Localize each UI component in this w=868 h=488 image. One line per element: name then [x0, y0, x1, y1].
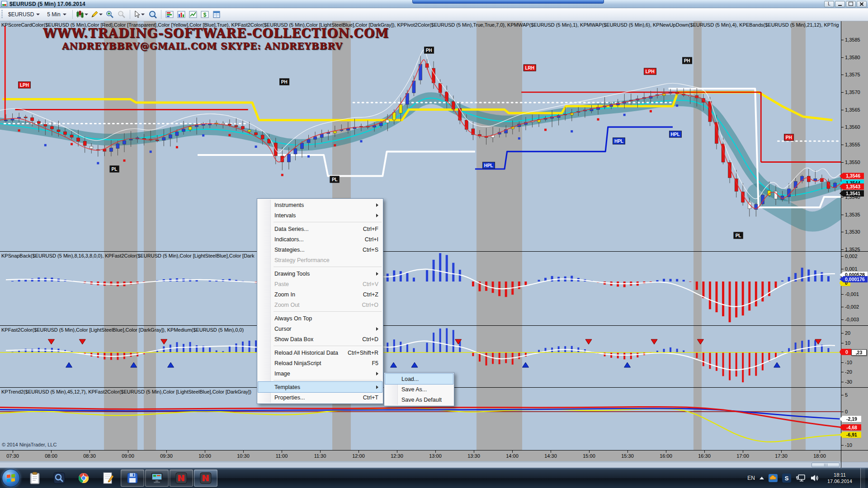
- taskbar-search-button[interactable]: [47, 469, 71, 487]
- interval-dropdown[interactable]: 5 Min: [43, 9, 70, 19]
- cursor-button[interactable]: [132, 9, 147, 20]
- menu-item-intervals[interactable]: Intervals: [258, 210, 382, 221]
- menu-item-label: Data Series...: [274, 226, 309, 232]
- show-desktop-button[interactable]: [860, 468, 865, 488]
- lock-button[interactable]: L: [824, 1, 834, 7]
- axis-tick-label: 1,3585: [845, 37, 860, 42]
- watermark-contact: ANDREYBBRV@GMAIL.COM SKYPE: ANDREYBBRV: [43, 41, 389, 52]
- menu-item-paste[interactable]: PasteCtrl+V: [258, 279, 382, 289]
- menu-item-image[interactable]: Image: [258, 368, 382, 379]
- horizontal-scrollbar[interactable]: [0, 462, 841, 468]
- menu-item-strategies[interactable]: Strategies...Ctrl+S: [258, 244, 382, 255]
- axis-tick-label: 0,001: [845, 266, 858, 272]
- crosshair-button[interactable]: [147, 9, 159, 20]
- menu-item-zoom-in[interactable]: Zoom InCtrl+Z: [258, 289, 382, 300]
- zoom-in-button[interactable]: [104, 9, 116, 20]
- menu-item-templates[interactable]: Templates: [258, 382, 382, 392]
- submenu-item-save-as[interactable]: Save As...: [385, 384, 453, 394]
- bar-chart-icon: [177, 10, 185, 19]
- price-marker-23: ,23: [851, 349, 867, 356]
- menu-item-label: Drawing Tools: [274, 271, 310, 277]
- menu-item-instruments[interactable]: Instruments: [258, 200, 382, 210]
- price-marker-6-91: -6,91: [840, 432, 861, 438]
- background-window-strip[interactable]: [412, 0, 604, 4]
- pivot-label-ph: PH: [424, 47, 434, 54]
- menu-item-label: Save As...: [401, 386, 427, 393]
- menu-item-reload-ninjascript[interactable]: Reload NinjaScriptF5: [258, 358, 382, 368]
- price-marker-0-000176: 0,000176: [840, 276, 868, 282]
- taskbar-ninjatrader2-button[interactable]: [194, 469, 217, 487]
- price-marker-4-68: -4,68: [840, 424, 861, 431]
- time-tick-label: 15:30: [621, 453, 634, 459]
- data-box-button[interactable]: [211, 9, 222, 20]
- chevron-down-icon: [99, 14, 103, 15]
- time-tick-label: 11:00: [276, 453, 288, 459]
- scrollbar-handle[interactable]: [811, 463, 840, 467]
- axis-tick-label: -10: [845, 442, 852, 448]
- menu-item-always-on-top[interactable]: Always On Top: [258, 313, 382, 324]
- cloud-tray-icon[interactable]: [769, 474, 778, 483]
- zoom-in-icon: [106, 10, 114, 19]
- resize-grip[interactable]: [841, 462, 868, 468]
- maximize-button[interactable]: [846, 1, 856, 7]
- submenu-item-load[interactable]: Load...: [385, 374, 453, 384]
- price-marker-1-3541: 1,3541: [840, 190, 864, 197]
- dollar-icon: $: [201, 10, 209, 19]
- taskbar-notepad-button[interactable]: [96, 469, 120, 487]
- menu-item-strategy-performance[interactable]: Strategy Performance: [258, 255, 382, 265]
- chart-button[interactable]: [175, 9, 187, 20]
- menu-item-show-data-box[interactable]: Show Data BoxCtrl+D: [258, 334, 382, 344]
- axis-tick-label: 5: [845, 392, 848, 398]
- menu-item-cursor[interactable]: Cursor: [258, 324, 382, 334]
- menu-item-drawing-tools[interactable]: Drawing Tools: [258, 268, 382, 279]
- price-chart-panel[interactable]: [0, 21, 841, 251]
- close-button[interactable]: [857, 1, 867, 7]
- minimize-button[interactable]: [835, 1, 845, 7]
- market-analyzer-button[interactable]: [164, 9, 175, 20]
- skype-tray-icon[interactable]: S: [782, 474, 791, 483]
- search-app-icon: [53, 472, 65, 484]
- taskbar-save-button[interactable]: [121, 469, 144, 487]
- clipboard-icon: [29, 472, 41, 484]
- pivot-label-lrh: LRH: [524, 64, 537, 71]
- pivot-label-pl: PL: [734, 232, 743, 239]
- volume-tray-icon[interactable]: [810, 474, 819, 482]
- submenu-arrow-icon: [376, 327, 378, 331]
- chevron-down-icon: [85, 14, 88, 15]
- submenu-arrow-icon: [376, 203, 378, 207]
- menu-item-zoom-out[interactable]: Zoom OutCtrl+O: [258, 300, 382, 310]
- time-axis[interactable]: 07:3008:0008:3009:0009:3010:0010:3011:00…: [0, 450, 841, 461]
- menu-item-properties[interactable]: Properties...Ctrl+T: [258, 392, 382, 403]
- time-tick-label: 16:30: [698, 453, 711, 459]
- chart-style-button[interactable]: [75, 9, 90, 20]
- axis-tick-label: 1,3555: [845, 142, 860, 147]
- taskbar-display-button[interactable]: [145, 469, 169, 487]
- language-indicator[interactable]: EN: [747, 475, 755, 481]
- zoom-out-button[interactable]: [116, 9, 127, 20]
- menu-item-indicators[interactable]: Indicators...Ctrl+I: [258, 234, 382, 244]
- price-marker-2-19: -2,19: [840, 416, 861, 422]
- menu-item-data-series[interactable]: Data Series...Ctrl+F: [258, 224, 382, 234]
- menu-item-label: Zoom In: [274, 291, 295, 298]
- menu-item-label: Reload NinjaScript: [274, 360, 321, 366]
- clock-date: 17.06.2014: [827, 478, 852, 484]
- menu-item-reload-all-historical-data[interactable]: Reload All Historical DataCtrl+Shift+R: [258, 347, 382, 358]
- start-button[interactable]: [2, 469, 20, 487]
- drawing-tools-button[interactable]: [90, 9, 104, 20]
- chart-trader-button[interactable]: [187, 9, 199, 20]
- kpsnapback-panel[interactable]: [0, 252, 841, 325]
- copyright-label: © 2014 NinjaTrader, LLC: [2, 442, 57, 447]
- taskbar-clipboard-button[interactable]: [23, 469, 47, 487]
- taskbar-chrome-button[interactable]: [72, 469, 95, 487]
- tray-expand-icon[interactable]: [760, 477, 764, 479]
- account-button[interactable]: $: [199, 9, 211, 20]
- taskbar-ninjatrader1-button[interactable]: [170, 469, 193, 487]
- line-chart-icon: [189, 10, 197, 19]
- submenu-item-save-as-default[interactable]: Save As Default: [385, 394, 453, 405]
- network-tray-icon[interactable]: [796, 474, 806, 482]
- toolbar-grip[interactable]: [1, 10, 3, 19]
- taskbar-clock[interactable]: 18:11 17.06.2014: [824, 472, 856, 484]
- menu-item-label: Show Data Box: [274, 336, 313, 343]
- chrome-icon: [78, 472, 90, 484]
- instrument-dropdown[interactable]: $EURUSD: [5, 9, 43, 19]
